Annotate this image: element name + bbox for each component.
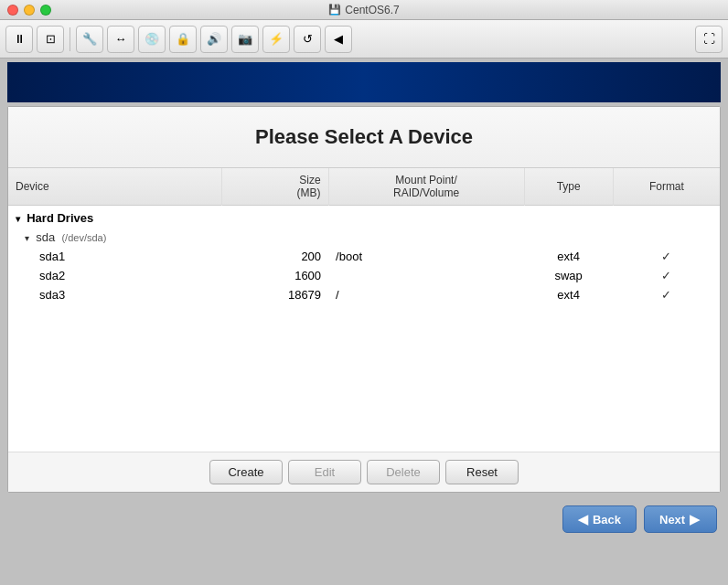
main-window: Please Select A Device Device Size(MB) M… xyxy=(7,106,721,493)
disk-type xyxy=(524,228,613,247)
partition-sda1-type: ext4 xyxy=(524,247,613,266)
settings-button[interactable]: 🔧 xyxy=(76,26,103,53)
partition-sda1-size: 200 xyxy=(221,247,328,266)
lock-button[interactable]: 🔒 xyxy=(169,26,197,53)
col-header-type: Type xyxy=(524,168,613,206)
disk-icon: 💾 xyxy=(328,4,341,16)
partition-sda1-mount: /boot xyxy=(328,247,524,266)
device-table: Device Size(MB) Mount Point/RAID/Volume … xyxy=(8,168,720,304)
maximize-button[interactable] xyxy=(40,5,51,16)
partition-sda2-name: sda2 xyxy=(8,266,221,285)
partition-sda3-format: ✓ xyxy=(613,285,720,304)
minimize-button[interactable] xyxy=(24,5,35,16)
create-button[interactable]: Create xyxy=(209,460,283,484)
partition-sda3-name: sda3 xyxy=(8,285,221,304)
back-button[interactable]: ◀ Back xyxy=(562,505,637,533)
edit-button[interactable]: Edit xyxy=(288,460,361,484)
usb-button[interactable]: ⚡ xyxy=(262,26,290,53)
banner xyxy=(7,62,721,102)
expand-icon: ▾ xyxy=(16,214,20,224)
disk-size xyxy=(221,228,328,247)
fullscreen-button[interactable]: ⛶ xyxy=(695,26,723,53)
disk-path: (/dev/sda) xyxy=(61,232,106,243)
partition-sda3-size: 18679 xyxy=(221,285,328,304)
partition-sda2-size: 1600 xyxy=(221,266,328,285)
disk-expand-icon: ▾ xyxy=(25,233,29,243)
network-button[interactable]: ↔ xyxy=(107,26,134,53)
partition-sda1-name: sda1 xyxy=(8,247,221,266)
window-controls[interactable] xyxy=(7,5,51,16)
table-header-row: Device Size(MB) Mount Point/RAID/Volume … xyxy=(8,168,720,206)
titlebar: 💾 CentOS6.7 xyxy=(0,0,728,20)
partition-sda3-mount: / xyxy=(328,285,524,304)
partition-sda1-row[interactable]: sda1 200 /boot ext4 ✓ xyxy=(8,247,720,266)
cd-button[interactable]: 💿 xyxy=(138,26,166,53)
col-header-mount: Mount Point/RAID/Volume xyxy=(328,168,524,206)
disk-sda-name: ▾ sda (/dev/sda) xyxy=(8,228,221,247)
group-label: ▾ Hard Drives xyxy=(8,206,720,229)
share-button[interactable]: ↺ xyxy=(294,26,321,53)
delete-button[interactable]: Delete xyxy=(367,460,440,484)
next-button[interactable]: Next ▶ xyxy=(644,505,717,533)
back-arrow-icon: ◀ xyxy=(578,512,588,526)
next-arrow-icon: ▶ xyxy=(690,512,700,526)
partition-sda1-format: ✓ xyxy=(613,247,720,266)
window-title: 💾 CentOS6.7 xyxy=(328,4,399,16)
col-header-size: Size(MB) xyxy=(221,168,328,206)
disk-mount xyxy=(328,228,524,247)
partition-sda2-format: ✓ xyxy=(613,266,720,285)
partition-sda2-mount xyxy=(328,266,524,285)
pause-button[interactable]: ⏸ xyxy=(5,26,33,53)
nav-bar: ◀ Back Next ▶ xyxy=(0,496,728,542)
disk-sda-row[interactable]: ▾ sda (/dev/sda) xyxy=(8,228,720,247)
action-bar: Create Edit Delete Reset xyxy=(8,452,720,492)
capture-button[interactable]: ⊡ xyxy=(37,26,64,53)
close-button[interactable] xyxy=(7,5,18,16)
col-header-format: Format xyxy=(613,168,720,206)
group-hard-drives[interactable]: ▾ Hard Drives xyxy=(8,206,720,229)
disk-format xyxy=(613,228,720,247)
toolbar-separator-1 xyxy=(70,27,70,51)
page-header: Please Select A Device xyxy=(8,107,720,168)
partition-sda3-type: ext4 xyxy=(524,285,613,304)
partition-sda2-row[interactable]: sda2 1600 swap ✓ xyxy=(8,266,720,285)
page-title: Please Select A Device xyxy=(27,125,701,149)
col-header-device: Device xyxy=(8,168,221,206)
partition-sda3-row[interactable]: sda3 18679 / ext4 ✓ xyxy=(8,285,720,304)
shrink-button[interactable]: ◀ xyxy=(325,26,352,53)
audio-button[interactable]: 🔊 xyxy=(200,26,228,53)
reset-button[interactable]: Reset xyxy=(445,460,519,484)
device-table-area: Device Size(MB) Mount Point/RAID/Volume … xyxy=(8,168,720,452)
partition-sda2-type: swap xyxy=(524,266,613,285)
toolbar: ⏸ ⊡ 🔧 ↔ 💿 🔒 🔊 📷 ⚡ ↺ ◀ ⛶ xyxy=(0,20,728,58)
snapshot-button[interactable]: 📷 xyxy=(231,26,259,53)
